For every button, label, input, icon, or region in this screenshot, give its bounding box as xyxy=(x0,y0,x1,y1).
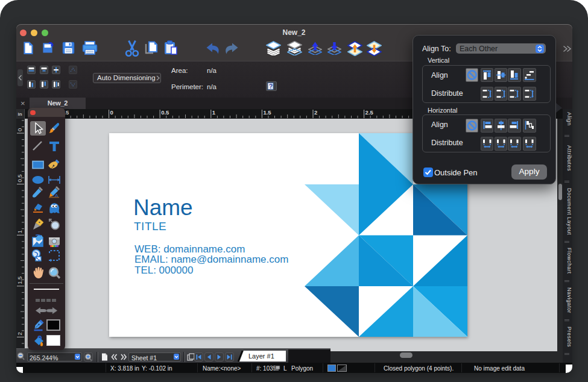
svg-text:?: ? xyxy=(269,83,273,90)
svg-text:1: 1 xyxy=(212,109,216,116)
svg-text:2.5: 2.5 xyxy=(365,109,374,116)
svg-text:1.5: 1.5 xyxy=(263,109,271,116)
svg-text:0.5: 0.5 xyxy=(161,109,169,116)
svg-text:A: A xyxy=(55,193,58,198)
svg-text:0: 0 xyxy=(16,128,23,131)
svg-text:0: 0 xyxy=(110,109,113,116)
svg-text:1.5: 1.5 xyxy=(16,277,23,284)
svg-text:0.5: 0.5 xyxy=(16,174,23,182)
svg-text:2: 2 xyxy=(16,332,23,335)
svg-text:1: 1 xyxy=(16,230,23,233)
svg-text:2: 2 xyxy=(314,109,317,116)
